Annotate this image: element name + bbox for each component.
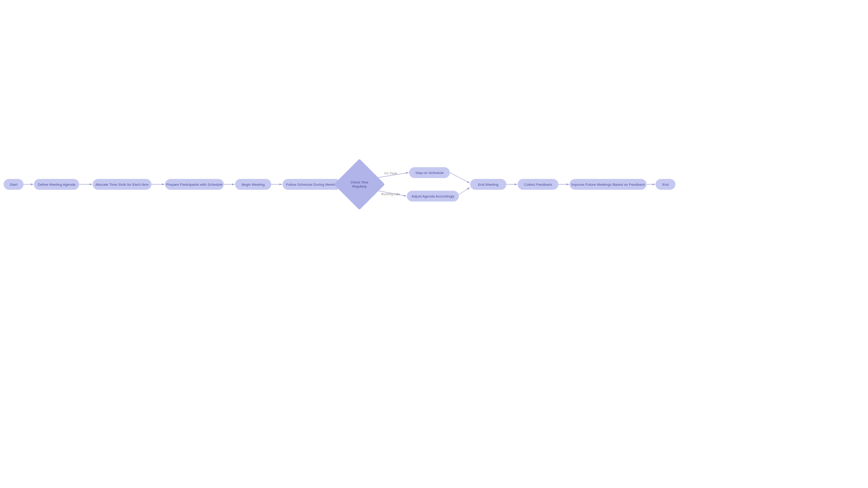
node-start[interactable]: Start (4, 179, 24, 190)
node-adjust[interactable]: Adjust Agenda Accordingly (407, 191, 459, 202)
node-collect[interactable]: Collect Feedback (518, 179, 558, 190)
node-check[interactable]: Check Time Regularly (341, 166, 377, 202)
diagram-canvas: On Track Running Late Start Define Meeti… (0, 0, 868, 488)
diagram-svg: On Track Running Late (0, 0, 868, 488)
edge-stay-endmeeting (450, 173, 470, 183)
edge-label-running-late: Running Late (381, 192, 400, 196)
node-endmeeting[interactable]: End Meeting (470, 179, 506, 190)
node-follow[interactable]: Follow Schedule During Meeting (283, 179, 341, 190)
node-improve[interactable]: Improve Future Meetings Based on Feedbac… (570, 179, 646, 190)
node-begin[interactable]: Begin Meeting (235, 179, 271, 190)
node-prepare[interactable]: Prepare Participants with Schedule (165, 179, 224, 190)
node-stay[interactable]: Stay on Schedule (409, 167, 450, 178)
node-define[interactable]: Define Meeting Agenda (34, 179, 79, 190)
node-end[interactable]: End (656, 179, 675, 190)
node-allocate[interactable]: Allocate Time Slots for Each Item (93, 179, 151, 190)
edge-label-on-track: On Track (384, 172, 397, 175)
